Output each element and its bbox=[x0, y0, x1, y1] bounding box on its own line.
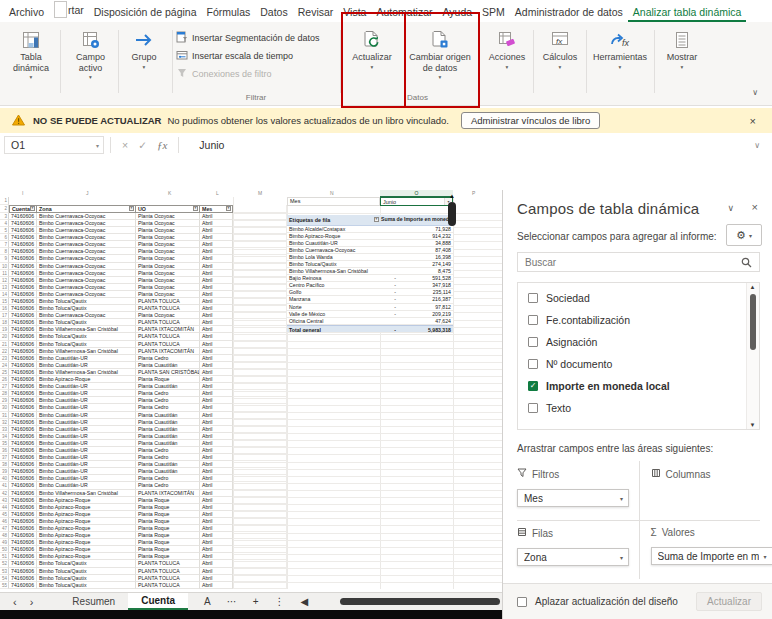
cell[interactable]: Planta Cedro bbox=[136, 397, 200, 404]
cell[interactable]: Bimbo Cuautitlán-UR bbox=[37, 397, 136, 404]
cell[interactable]: 74160606 bbox=[9, 568, 37, 575]
cell[interactable]: Bimbo Cuernavaca-Ocoyoac bbox=[37, 241, 136, 248]
cell[interactable]: Planta Ocoyoac bbox=[136, 277, 200, 284]
field-item-asignaci-n[interactable]: Asignación bbox=[518, 331, 759, 353]
pivot-row-label[interactable]: Bimbo Cuautitlán-UR bbox=[287, 240, 380, 246]
cell[interactable]: Planta Ocoyoac bbox=[136, 270, 200, 277]
cell[interactable]: Bimbo Toluca/Qautix bbox=[37, 305, 136, 312]
collapse-formula-bar-icon[interactable]: ∨ bbox=[754, 141, 760, 150]
cell[interactable]: Bimbo Toluca/Qautix bbox=[37, 319, 136, 326]
cell[interactable]: Abril bbox=[200, 461, 233, 468]
sheet-tab-resumen[interactable]: Resumen bbox=[59, 593, 128, 610]
pivot-table-button[interactable]: Tabla dinámica ▾ bbox=[3, 25, 59, 101]
cell[interactable]: Planta Roque bbox=[136, 518, 200, 525]
cell[interactable]: Abril bbox=[200, 291, 233, 298]
cell[interactable]: Bimbo Villahermosa-San Cristóbal bbox=[37, 490, 136, 497]
cell[interactable]: Abril bbox=[200, 426, 233, 433]
cell[interactable]: 74160606 bbox=[9, 362, 37, 369]
cell[interactable]: Planta Ocoyoac bbox=[136, 227, 200, 234]
cell[interactable]: PLANTA IXTACOMITÁN bbox=[136, 490, 200, 497]
cell[interactable]: Bimbo Apizaco-Roque bbox=[37, 539, 136, 546]
cell[interactable]: Bimbo Toluca/Qautix bbox=[37, 568, 136, 575]
cell[interactable]: 74160606 bbox=[9, 482, 37, 489]
tab-rtar[interactable]: rtar bbox=[49, 0, 89, 22]
cell[interactable]: Abril bbox=[200, 383, 233, 390]
cell[interactable]: 74160606 bbox=[9, 255, 37, 262]
cell[interactable]: Abril bbox=[200, 490, 233, 497]
cell[interactable]: Bimbo Apizaco-Roque bbox=[37, 546, 136, 553]
cell[interactable]: 74160606 bbox=[9, 333, 37, 340]
cell[interactable]: Planta Roque bbox=[136, 525, 200, 532]
cell[interactable]: Bimbo Cuernavaca-Ocoyoac bbox=[37, 312, 136, 319]
sheet-tab-cuenta[interactable]: Cuenta bbox=[128, 593, 188, 610]
field-chip-suma-de-importe-en-mo[interactable]: Suma de Importe en mo...▾ bbox=[651, 547, 772, 565]
cell[interactable]: Planta Roque bbox=[136, 553, 200, 560]
cell[interactable]: Abril bbox=[200, 560, 233, 567]
cell[interactable]: Abril bbox=[200, 482, 233, 489]
filter-dropdown-icon[interactable]: ▾ bbox=[129, 206, 134, 211]
cell[interactable]: 74160606 bbox=[9, 284, 37, 291]
unchecked-checkbox[interactable] bbox=[528, 359, 538, 369]
cell[interactable]: Planta Ocoyoac bbox=[136, 284, 200, 291]
pane-options-icon[interactable]: ∨ bbox=[727, 203, 734, 213]
cell[interactable]: 74160606 bbox=[9, 518, 37, 525]
cell[interactable]: 74160606 bbox=[9, 468, 37, 475]
cell[interactable]: Bimbo Apizaco-Roque bbox=[37, 376, 136, 383]
cell[interactable]: PLANTA TOLUCA bbox=[136, 341, 200, 348]
area-filters[interactable]: Filtros Mes▾ bbox=[517, 461, 639, 520]
tab-archivo[interactable]: Archivo bbox=[4, 2, 49, 22]
field-item-fe-contabilizaci-n[interactable]: Fe.contabilización bbox=[518, 309, 759, 331]
column-letter-o[interactable]: O bbox=[380, 190, 453, 197]
scroll-up-icon[interactable]: ▲ bbox=[750, 284, 756, 290]
cell[interactable]: 74160606 bbox=[9, 490, 37, 497]
cell[interactable]: Bimbo Apizaco-Roque bbox=[37, 504, 136, 511]
cell[interactable]: Planta Roque bbox=[136, 511, 200, 518]
cell[interactable]: Bimbo Cuautitlán-UR bbox=[37, 454, 136, 461]
cell[interactable]: 74160606 bbox=[9, 397, 37, 404]
cell[interactable]: 74160606 bbox=[9, 383, 37, 390]
scrollbar-thumb[interactable] bbox=[750, 294, 756, 350]
cell[interactable]: Planta Cedro bbox=[136, 355, 200, 362]
cell[interactable]: PLANTA TOLUCA bbox=[136, 319, 200, 326]
cell[interactable]: Bimbo Cuautitlán-UR bbox=[37, 475, 136, 482]
cell[interactable]: Planta Ocoyoac bbox=[136, 220, 200, 227]
cell[interactable]: 74160606 bbox=[9, 241, 37, 248]
cell[interactable]: Bimbo Apizaco-Roque bbox=[37, 511, 136, 518]
column-letter-k[interactable]: K bbox=[168, 190, 171, 196]
cell[interactable]: Bimbo Apizaco-Roque bbox=[37, 525, 136, 532]
cell[interactable]: Abril bbox=[200, 511, 233, 518]
cell[interactable]: 74160606 bbox=[9, 298, 37, 305]
cell[interactable]: Bimbo Villahermosa-San Cristóbal bbox=[37, 348, 136, 355]
cell[interactable]: Abril bbox=[200, 412, 233, 419]
cell[interactable]: Bimbo Cuautitlán-UR bbox=[37, 383, 136, 390]
filter-dropdown-icon[interactable]: ▾ bbox=[374, 217, 379, 222]
cell[interactable]: Abril bbox=[200, 341, 233, 348]
cell[interactable]: Planta Cedro bbox=[136, 447, 200, 454]
change-data-source-button[interactable]: Cambiar origen de datos ▾ bbox=[406, 25, 474, 101]
area-columns[interactable]: Columnas bbox=[639, 461, 761, 520]
cell[interactable]: 74160606 bbox=[9, 227, 37, 234]
cell[interactable]: Abril bbox=[200, 284, 233, 291]
pivot-row-label[interactable]: Bimbo Cuernavaca-Ocoyoac bbox=[287, 247, 380, 253]
cell[interactable]: 74160606 bbox=[9, 447, 37, 454]
cell[interactable]: Abril bbox=[200, 504, 233, 511]
pivot-row-label[interactable]: Manzana bbox=[287, 296, 380, 302]
cell[interactable]: Abril bbox=[200, 433, 233, 440]
cell[interactable]: 74160606 bbox=[9, 248, 37, 255]
cell[interactable]: Abril bbox=[200, 355, 233, 362]
column-header-mes[interactable]: Mes▾ bbox=[200, 205, 233, 213]
cell[interactable]: Planta Ocoyoac bbox=[136, 263, 200, 270]
cell[interactable]: Bimbo Cuernavaca-Ocoyoac bbox=[37, 220, 136, 227]
scroll-left-icon[interactable]: ◀ bbox=[301, 596, 309, 607]
cell[interactable]: 74160606 bbox=[9, 213, 37, 220]
cell[interactable]: 74160606 bbox=[9, 412, 37, 419]
cell[interactable]: Planta Roque bbox=[136, 539, 200, 546]
cell[interactable]: 74160606 bbox=[9, 504, 37, 511]
cell[interactable]: Abril bbox=[200, 419, 233, 426]
refresh-button[interactable]: Actualizar ▾ bbox=[344, 25, 400, 101]
cell[interactable]: Bimbo Cuautitlán-UR bbox=[37, 447, 136, 454]
pivot-row-label[interactable]: Bimbo Toluca/Qautix bbox=[287, 261, 380, 267]
cell[interactable]: Abril bbox=[200, 248, 233, 255]
cell[interactable]: Planta Ocoyoac bbox=[136, 255, 200, 262]
cell[interactable]: 74160606 bbox=[9, 582, 37, 589]
